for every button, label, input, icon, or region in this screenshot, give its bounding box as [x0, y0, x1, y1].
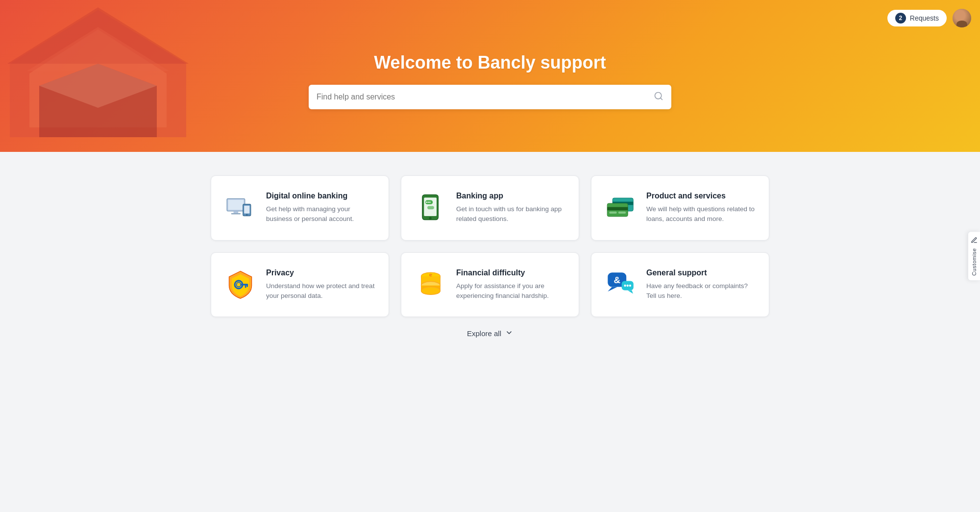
svg-point-44 [624, 284, 626, 286]
search-input[interactable] [317, 85, 654, 109]
svg-rect-9 [228, 200, 244, 210]
card-product-services[interactable]: Product and services We will help with q… [591, 175, 769, 241]
card-banking-app-desc: Get in touch with us for banking app rel… [456, 204, 565, 224]
card-product-services-title: Product and services [646, 192, 755, 200]
chevron-down-icon [505, 329, 513, 338]
svg-point-19 [426, 201, 427, 203]
card-digital-banking-body: Digital online banking Get help with man… [266, 192, 375, 224]
svg-point-22 [429, 217, 432, 219]
banking-app-icon [415, 192, 446, 223]
card-privacy-body: Privacy Understand how we protect and tr… [266, 268, 375, 301]
hero-decoration [0, 0, 206, 152]
svg-rect-26 [607, 207, 628, 211]
pen-icon [971, 237, 978, 245]
customise-button[interactable]: Customise [968, 231, 980, 281]
main-content: Digital online banking Get help with man… [201, 152, 779, 362]
card-financial-difficulty-desc: Apply for assistance if you are experien… [456, 281, 565, 301]
card-product-services-body: Product and services We will help with q… [646, 192, 755, 224]
card-privacy[interactable]: Privacy Understand how we protect and tr… [211, 252, 389, 317]
svg-point-45 [627, 284, 629, 286]
card-banking-app[interactable]: Banking app Get in touch with us for ban… [401, 175, 579, 241]
financial-difficulty-icon: $ [415, 268, 446, 300]
card-general-support-body: General support Have any feedback or com… [646, 268, 755, 301]
svg-point-14 [246, 214, 247, 216]
svg-rect-10 [234, 211, 239, 213]
user-avatar[interactable] [953, 9, 971, 27]
requests-label: Requests [910, 14, 939, 22]
explore-all-section: Explore all [211, 329, 769, 338]
search-bar [309, 85, 671, 109]
svg-marker-43 [628, 290, 633, 293]
card-banking-app-body: Banking app Get in touch with us for ban… [456, 192, 565, 224]
svg-point-46 [629, 284, 631, 286]
svg-marker-40 [608, 287, 617, 291]
hero-title: Welcome to Bancly support [374, 52, 606, 73]
explore-all-button[interactable]: Explore all [467, 329, 513, 338]
svg-rect-27 [609, 212, 616, 214]
general-support-icon: & [605, 268, 637, 300]
card-digital-banking-desc: Get help with managing your business or … [266, 204, 375, 224]
card-privacy-title: Privacy [266, 268, 375, 277]
card-banking-app-title: Banking app [456, 192, 565, 200]
top-navigation: 2 Requests [887, 9, 971, 27]
card-privacy-desc: Understand how we protect and treat your… [266, 281, 375, 301]
svg-rect-28 [618, 212, 626, 214]
card-general-support-title: General support [646, 268, 755, 277]
svg-text:&: & [613, 274, 620, 285]
requests-button[interactable]: 2 Requests [887, 10, 947, 26]
card-financial-difficulty[interactable]: $ Financial difficulty Apply for assista… [401, 252, 579, 317]
card-financial-difficulty-title: Financial difficulty [456, 268, 565, 277]
svg-rect-18 [427, 206, 434, 209]
svg-point-20 [428, 201, 429, 203]
cards-grid-row1: Digital online banking Get help with man… [211, 175, 769, 241]
card-general-support[interactable]: & General support Have any feedback or c… [591, 252, 769, 317]
explore-all-label: Explore all [467, 329, 501, 338]
card-digital-banking-title: Digital online banking [266, 192, 375, 200]
svg-rect-13 [244, 206, 249, 214]
svg-rect-11 [231, 213, 241, 214]
hero-content: Welcome to Bancly support [309, 52, 671, 109]
privacy-icon [225, 268, 256, 300]
hero-section: 2 Requests Welcome to Bancly support [0, 0, 980, 152]
cards-grid-row2: Privacy Understand how we protect and tr… [211, 252, 769, 317]
card-product-services-desc: We will help with questions related to l… [646, 204, 755, 224]
customise-label: Customise [971, 248, 977, 275]
avatar-image [953, 9, 971, 27]
svg-point-21 [429, 201, 431, 203]
product-services-icon [605, 192, 637, 223]
card-general-support-desc: Have any feedback or complaints? Tell us… [646, 281, 755, 301]
digital-banking-icon [225, 192, 256, 223]
card-digital-banking[interactable]: Digital online banking Get help with man… [211, 175, 389, 241]
card-financial-difficulty-body: Financial difficulty Apply for assistanc… [456, 268, 565, 301]
svg-line-7 [661, 98, 662, 99]
svg-point-38 [421, 287, 441, 294]
requests-count: 2 [895, 13, 906, 24]
search-icon [654, 91, 663, 103]
